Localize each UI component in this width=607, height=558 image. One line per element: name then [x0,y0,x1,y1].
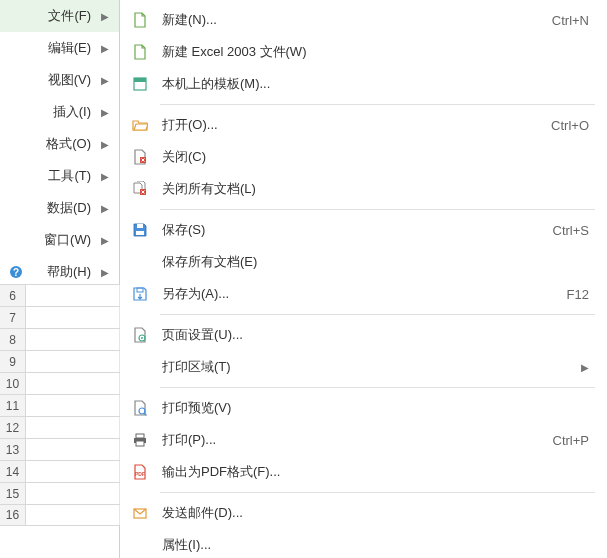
row-header[interactable]: 10 [0,373,26,394]
chevron-right-icon: ▶ [101,75,109,86]
menu-label: 输出为PDF格式(F)... [162,463,589,481]
menu-print-area[interactable]: 打印区域(T) ▶ [120,351,607,383]
cell[interactable] [26,329,120,350]
row-header[interactable]: 15 [0,483,26,504]
menubar-label: 帮助(H) [30,263,97,281]
menu-templates-local[interactable]: 本机上的模板(M)... [120,68,607,100]
menubar-label: 插入(I) [30,103,97,121]
menu-print[interactable]: 打印(P)... Ctrl+P [120,424,607,456]
close-all-icon [130,179,150,199]
cell[interactable] [26,285,120,306]
print-preview-icon [130,398,150,418]
svg-rect-14 [136,441,144,446]
menu-print-preview[interactable]: 打印预览(V) [120,392,607,424]
menu-label: 打印(P)... [162,431,553,449]
menu-label: 打开(O)... [162,116,551,134]
separator [160,104,595,105]
blank-icon [8,232,24,248]
sheet-row[interactable]: 10 [0,372,120,394]
menu-new-excel2003[interactable]: 新建 Excel 2003 文件(W) [120,36,607,68]
chevron-right-icon: ▶ [101,139,109,150]
menubar-item-file[interactable]: 文件(F) ▶ [0,0,119,32]
close-doc-icon [130,147,150,167]
menu-save-all[interactable]: 保存所有文档(E) [120,246,607,278]
row-header[interactable]: 6 [0,285,26,306]
chevron-right-icon: ▶ [101,171,109,182]
sheet-row[interactable]: 14 [0,460,120,482]
row-header[interactable]: 8 [0,329,26,350]
new-file-icon [130,10,150,30]
sheet-row[interactable]: 16 [0,504,120,526]
menu-close-all[interactable]: 关闭所有文档(L) [120,173,607,205]
sheet-row[interactable]: 13 [0,438,120,460]
row-header[interactable]: 11 [0,395,26,416]
file-submenu: 新建(N)... Ctrl+N 新建 Excel 2003 文件(W) 本机上的… [120,0,607,558]
cell[interactable] [26,461,120,482]
cell[interactable] [26,307,120,328]
cell[interactable] [26,417,120,438]
menubar-item-window[interactable]: 窗口(W) ▶ [0,224,119,256]
chevron-right-icon: ▶ [581,362,589,373]
row-header[interactable]: 16 [0,505,26,525]
row-header[interactable]: 9 [0,351,26,372]
menu-shortcut: Ctrl+P [553,433,589,448]
menubar-item-insert[interactable]: 插入(I) ▶ [0,96,119,128]
row-header[interactable]: 12 [0,417,26,438]
menubar-item-edit[interactable]: 编辑(E) ▶ [0,32,119,64]
menu-properties[interactable]: 属性(I)... [120,529,607,558]
printer-icon [130,430,150,450]
sheet-row[interactable]: 6 [0,284,120,306]
separator [160,387,595,388]
row-header[interactable]: 13 [0,439,26,460]
mail-icon [130,503,150,523]
cell[interactable] [26,351,120,372]
cell[interactable] [26,373,120,394]
cell[interactable] [26,505,120,525]
spreadsheet-grid: 6 7 8 9 10 11 12 13 14 15 16 [0,284,120,526]
menu-page-setup[interactable]: 页面设置(U)... [120,319,607,351]
save-icon [130,220,150,240]
menu-close[interactable]: 关闭(C) [120,141,607,173]
sheet-row[interactable]: 11 [0,394,120,416]
sheet-row[interactable]: 15 [0,482,120,504]
svg-rect-7 [137,224,143,228]
cell[interactable] [26,395,120,416]
menu-save[interactable]: 保存(S) Ctrl+S [120,214,607,246]
blank-icon [130,535,150,555]
svg-rect-8 [137,288,143,292]
menu-export-pdf[interactable]: PDF 输出为PDF格式(F)... [120,456,607,488]
sheet-row[interactable]: 7 [0,306,120,328]
cell[interactable] [26,439,120,460]
sheet-row[interactable]: 12 [0,416,120,438]
menu-new[interactable]: 新建(N)... Ctrl+N [120,4,607,36]
sheet-row[interactable]: 8 [0,328,120,350]
svg-rect-6 [136,231,144,235]
separator [160,492,595,493]
menubar-item-format[interactable]: 格式(O) ▶ [0,128,119,160]
svg-text:PDF: PDF [135,471,145,477]
menubar-item-view[interactable]: 视图(V) ▶ [0,64,119,96]
menubar-item-tools[interactable]: 工具(T) ▶ [0,160,119,192]
chevron-right-icon: ▶ [101,43,109,54]
menu-label: 保存(S) [162,221,553,239]
blank-icon [8,136,24,152]
menubar-label: 编辑(E) [30,39,97,57]
blank-icon [8,40,24,56]
row-header[interactable]: 14 [0,461,26,482]
row-header[interactable]: 7 [0,307,26,328]
chevron-right-icon: ▶ [101,235,109,246]
menu-open[interactable]: 打开(O)... Ctrl+O [120,109,607,141]
menu-label: 新建(N)... [162,11,552,29]
blank-icon [8,200,24,216]
menu-label: 打印区域(T) [162,358,573,376]
menu-send-mail[interactable]: 发送邮件(D)... [120,497,607,529]
menubar-label: 视图(V) [30,71,97,89]
cell[interactable] [26,483,120,504]
menubar-item-data[interactable]: 数据(D) ▶ [0,192,119,224]
folder-open-icon [130,115,150,135]
chevron-right-icon: ▶ [101,267,109,278]
sheet-row[interactable]: 9 [0,350,120,372]
menu-save-as[interactable]: 另存为(A)... F12 [120,278,607,310]
chevron-right-icon: ▶ [101,11,109,22]
menu-label: 打印预览(V) [162,399,589,417]
